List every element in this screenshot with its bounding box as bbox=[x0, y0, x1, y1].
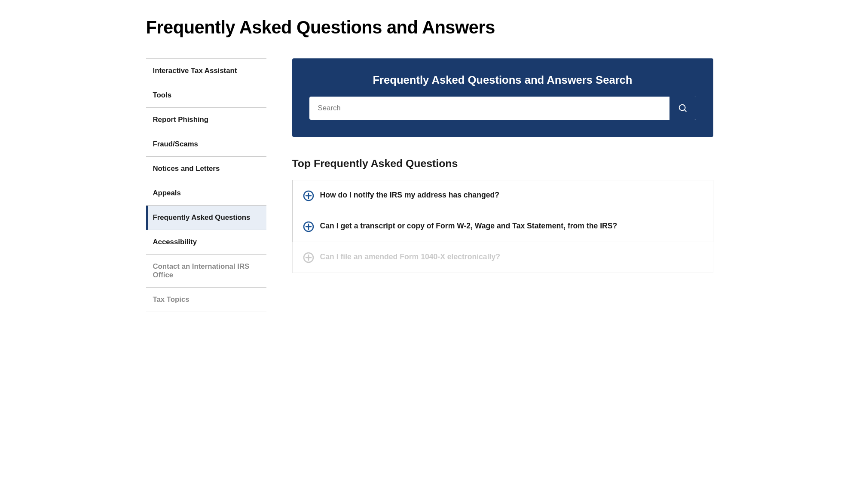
search-button[interactable] bbox=[669, 97, 696, 120]
search-section-title: Frequently Asked Questions and Answers S… bbox=[309, 74, 696, 86]
plus-circle-icon bbox=[303, 221, 314, 232]
plus-circle-icon bbox=[303, 190, 314, 201]
search-icon bbox=[678, 103, 688, 113]
faq-item: Can I file an amended Form 1040-X electr… bbox=[292, 242, 713, 273]
faq-list: How do I notify the IRS my address has c… bbox=[292, 180, 713, 273]
search-section: Frequently Asked Questions and Answers S… bbox=[292, 58, 713, 137]
sidebar-item-contact-international-irs-office: Contact an International IRS Office bbox=[146, 255, 266, 288]
sidebar-item-tools[interactable]: Tools bbox=[146, 83, 266, 108]
top-faq-section: Top Frequently Asked Questions How do I … bbox=[292, 158, 713, 273]
faq-item[interactable]: Can I get a transcript or copy of Form W… bbox=[292, 211, 713, 242]
sidebar: Interactive Tax AssistantToolsReport Phi… bbox=[146, 58, 266, 312]
faq-question-text[interactable]: Can I get a transcript or copy of Form W… bbox=[320, 221, 618, 231]
sidebar-item-frequently-asked-questions[interactable]: Frequently Asked Questions bbox=[146, 206, 266, 230]
faq-item[interactable]: How do I notify the IRS my address has c… bbox=[292, 180, 713, 211]
sidebar-item-notices-and-letters[interactable]: Notices and Letters bbox=[146, 157, 266, 181]
top-faq-heading: Top Frequently Asked Questions bbox=[292, 158, 713, 170]
main-content: Frequently Asked Questions and Answers S… bbox=[292, 58, 713, 273]
page-wrapper: Frequently Asked Questions and Answers I… bbox=[129, 0, 731, 329]
sidebar-item-report-phishing[interactable]: Report Phishing bbox=[146, 108, 266, 132]
sidebar-item-interactive-tax-assistant[interactable]: Interactive Tax Assistant bbox=[146, 58, 266, 83]
search-box-wrapper bbox=[309, 97, 696, 120]
search-input[interactable] bbox=[309, 97, 669, 119]
plus-circle-icon bbox=[303, 252, 314, 263]
content-layout: Interactive Tax AssistantToolsReport Phi… bbox=[146, 58, 713, 312]
faq-question-text[interactable]: How do I notify the IRS my address has c… bbox=[320, 190, 499, 200]
sidebar-item-accessibility[interactable]: Accessibility bbox=[146, 230, 266, 255]
sidebar-item-fraud-scams[interactable]: Fraud/Scams bbox=[146, 132, 266, 157]
faq-question-text: Can I file an amended Form 1040-X electr… bbox=[320, 252, 500, 262]
sidebar-item-tax-topics: Tax Topics bbox=[146, 288, 266, 312]
sidebar-item-appeals[interactable]: Appeals bbox=[146, 181, 266, 206]
page-title: Frequently Asked Questions and Answers bbox=[146, 17, 713, 38]
